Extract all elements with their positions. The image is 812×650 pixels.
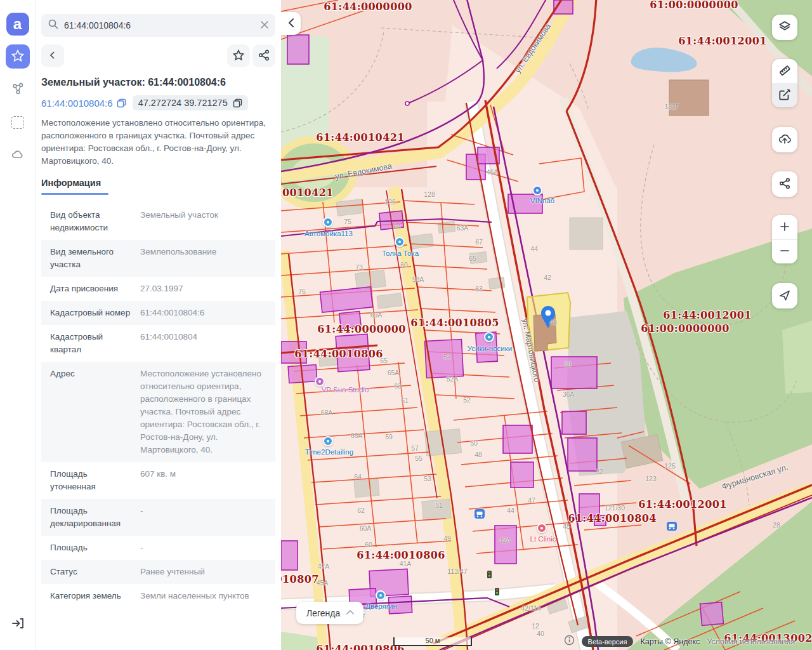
share-map-button[interactable] [772, 171, 797, 197]
table-row: АдресМестоположение установлено относите… [41, 362, 275, 462]
object-header [41, 44, 275, 67]
cadastral-number-text: 61:44:0010804:6 [41, 98, 113, 109]
select-area-icon [11, 116, 24, 129]
plus-icon [778, 220, 791, 235]
locate-button[interactable] [772, 283, 797, 308]
share-button[interactable] [252, 44, 275, 67]
legend-button[interactable]: Легенда [296, 602, 363, 624]
object-description: Местоположение установлено относительно … [41, 117, 275, 168]
attributes-table: Вид объекта недвижимостиЗемельный участо… [41, 203, 275, 608]
polygon-nodes-icon [10, 81, 25, 98]
zoom-out-button[interactable] [772, 239, 797, 263]
table-row: Площадь уточненная607 кв. м [41, 462, 275, 499]
layers-icon [778, 20, 792, 36]
favorite-button[interactable] [227, 44, 250, 67]
map-canvas[interactable] [281, 0, 812, 650]
rail-item-cloud[interactable] [6, 143, 30, 168]
search-icon [48, 18, 59, 32]
zoom-group [772, 215, 797, 263]
tab-information[interactable]: Информация [41, 178, 108, 195]
scale-bar: 50 м [393, 637, 472, 646]
share-icon [258, 49, 270, 63]
minus-icon [778, 244, 791, 259]
terms-link[interactable]: Условия использования [707, 637, 795, 646]
table-row: Кадастровый квартал61:44:0010804 [41, 325, 275, 362]
collapse-panel-button[interactable] [281, 12, 301, 35]
search-input[interactable] [64, 20, 255, 30]
clear-search-button[interactable] [260, 20, 269, 31]
table-row: Площадь- [41, 536, 275, 560]
icon-rail: a [0, 0, 36, 650]
star-icon [11, 49, 25, 65]
search-box [41, 14, 275, 37]
app-logo[interactable]: a [6, 13, 29, 36]
edit-button[interactable] [772, 83, 797, 107]
beta-badge: Beta-версия [582, 636, 634, 647]
chevron-up-icon [346, 608, 355, 618]
tab-underline [41, 193, 108, 195]
back-button[interactable] [41, 44, 64, 67]
close-icon [260, 20, 269, 31]
table-row: Дата присвоения27.03.1997 [41, 277, 275, 301]
upload-button[interactable] [772, 127, 797, 152]
logout-button[interactable] [6, 612, 30, 636]
info-icon[interactable] [564, 635, 575, 648]
table-row: Категория земельЗемли населенных пунктов [41, 584, 275, 608]
layers-button[interactable] [772, 15, 797, 40]
cadastral-number-chip[interactable]: 61:44:0010804:6 [41, 98, 126, 109]
info-panel: Земельный участок: 61:44:0010804:6 61:44… [36, 0, 281, 650]
edit-icon [778, 88, 792, 103]
zoom-in-button[interactable] [772, 215, 797, 239]
table-row: Площадь декларированная- [41, 499, 275, 536]
star-outline-icon [232, 49, 245, 63]
coordinates-text: 47.272724 39.721275 [138, 98, 228, 108]
cloud-upload-icon [777, 131, 792, 149]
measure-edit-group [772, 59, 797, 107]
map-attribution: Beta-версия Карты © Яндекс Условия испол… [564, 636, 795, 647]
maps-copyright: Карты © Яндекс [640, 637, 700, 646]
navigation-arrow-icon [778, 288, 792, 304]
chevron-left-icon [48, 50, 58, 62]
app-root: a [0, 0, 812, 650]
page-title: Земельный участок: 61:44:0010804:6 [41, 77, 275, 88]
chips-row: 61:44:0010804:6 47.272724 39.721275 [41, 95, 275, 110]
rail-item-favorites[interactable] [6, 44, 30, 69]
cloud-icon [10, 147, 25, 164]
map-controls [772, 0, 797, 308]
copy-icon[interactable] [117, 98, 126, 108]
exit-icon [10, 616, 25, 633]
rail-item-select-area[interactable] [6, 110, 30, 135]
ruler-icon [778, 63, 792, 79]
share-icon [778, 177, 791, 192]
table-row: Кадастровый номер61:44:0010804:6 [41, 301, 275, 325]
ruler-button[interactable] [772, 59, 797, 83]
map-area: 61:44:000000061:00:000000061:44:00120016… [281, 0, 812, 650]
table-row: СтатусРанее учтенный [41, 560, 275, 584]
copy-icon[interactable] [233, 98, 242, 108]
coordinates-chip: 47.272724 39.721275 [133, 95, 248, 110]
table-row: Вид земельного участкаЗемлепользование [41, 240, 275, 277]
rail-item-objects[interactable] [6, 77, 30, 102]
table-row: Вид объекта недвижимостиЗемельный участо… [41, 203, 275, 240]
chevron-left-icon [287, 18, 296, 30]
